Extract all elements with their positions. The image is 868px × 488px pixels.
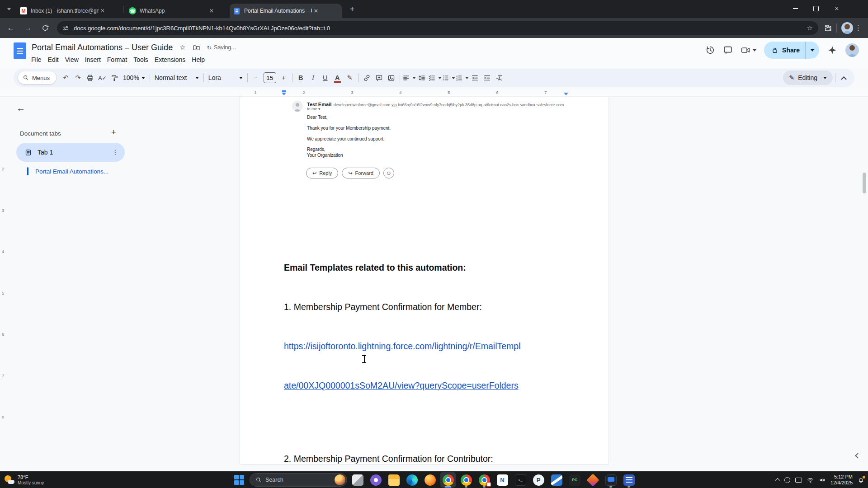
browser-tab-whatsapp[interactable]: ☎ WhatsApp bbox=[125, 4, 227, 18]
numbered-list-button[interactable]: 123 bbox=[455, 72, 469, 84]
back-button[interactable]: ← bbox=[5, 22, 17, 34]
comments-icon[interactable] bbox=[723, 45, 733, 55]
underline-button[interactable]: U bbox=[319, 72, 331, 84]
share-button[interactable]: Share bbox=[764, 47, 805, 54]
bookmark-star-icon[interactable]: ☆ bbox=[807, 24, 813, 32]
meet-presence-button[interactable] bbox=[741, 45, 756, 55]
print-button[interactable] bbox=[84, 72, 96, 84]
notifications-button[interactable] bbox=[858, 477, 864, 483]
bulleted-list-button[interactable] bbox=[442, 72, 455, 84]
hide-menus-button[interactable] bbox=[838, 72, 850, 84]
taskbar-search[interactable]: Search bbox=[250, 473, 347, 487]
browser-menu-icon[interactable]: ⋮ bbox=[855, 24, 862, 32]
decrease-font-size-button[interactable]: − bbox=[250, 72, 262, 84]
taskbar-icon-remote-desktop[interactable] bbox=[603, 472, 618, 488]
menu-view[interactable]: View bbox=[62, 54, 82, 65]
doc-link-1-continued[interactable]: ate/00XJQ000001sSoM2AU/view?queryScope=u… bbox=[284, 380, 519, 390]
taskbar-weather-widget[interactable]: 78°F Mostly sunny bbox=[4, 474, 44, 486]
insert-image-button[interactable] bbox=[385, 72, 397, 84]
wifi-icon[interactable] bbox=[807, 477, 814, 483]
menu-edit[interactable]: Edit bbox=[45, 54, 62, 65]
bold-button[interactable]: B bbox=[295, 72, 307, 84]
close-tab-icon[interactable] bbox=[99, 7, 107, 15]
taskbar-icon-terminal[interactable]: >_ bbox=[513, 472, 528, 488]
checklist-button[interactable] bbox=[428, 72, 442, 84]
font-select[interactable]: Lora bbox=[206, 74, 245, 81]
browser-tab-docs-active[interactable]: Portal Email Automations – Use bbox=[230, 4, 342, 18]
add-tab-button[interactable]: + bbox=[111, 128, 116, 137]
reply-button[interactable]: ↩Reply bbox=[306, 168, 338, 178]
share-dropdown[interactable] bbox=[806, 48, 819, 52]
maximize-button[interactable] bbox=[806, 0, 826, 17]
menu-file[interactable]: File bbox=[28, 54, 45, 65]
document-page[interactable]: Test Email developertwinforce@gmail.com … bbox=[240, 97, 609, 465]
menus-search-button[interactable]: Menus bbox=[18, 71, 56, 84]
taskbar-icon-notes[interactable] bbox=[621, 472, 637, 488]
extensions-icon[interactable] bbox=[824, 24, 832, 32]
forward-button-email[interactable]: ↪Forward bbox=[342, 168, 380, 178]
increase-font-size-button[interactable]: + bbox=[278, 72, 290, 84]
taskbar-icon-chrome-profile-2[interactable] bbox=[458, 472, 474, 488]
highlight-color-button[interactable]: ✎ bbox=[344, 72, 356, 84]
taskbar-clock[interactable]: 5:12 PM 12/4/2025 bbox=[830, 474, 853, 486]
expand-side-panel-icon[interactable] bbox=[855, 453, 861, 459]
tab-search-icon[interactable] bbox=[5, 5, 14, 14]
docs-profile-avatar[interactable] bbox=[845, 43, 859, 57]
increase-indent-button[interactable] bbox=[481, 72, 493, 84]
spellcheck-button[interactable]: A✓ bbox=[96, 72, 108, 84]
taskbar-icon-chrome-profile-3[interactable] bbox=[476, 472, 492, 488]
email-recipient[interactable]: to me ▾ bbox=[307, 107, 321, 111]
tab-options-icon[interactable]: ⋮ bbox=[112, 149, 118, 156]
browser-profile-avatar[interactable] bbox=[841, 22, 853, 34]
add-comment-button[interactable] bbox=[373, 72, 385, 84]
menu-help[interactable]: Help bbox=[189, 54, 208, 65]
redo-button[interactable]: ↷ bbox=[72, 72, 84, 84]
taskbar-icon-pycharm[interactable]: PC bbox=[567, 472, 582, 488]
close-tabs-panel-button[interactable]: ← bbox=[16, 103, 25, 113]
taskbar-icon-vscode[interactable] bbox=[549, 472, 564, 488]
text-color-button[interactable]: A bbox=[331, 72, 344, 84]
address-bar[interactable]: docs.google.com/document/d/1jpc3R6Cmpii0… bbox=[57, 21, 818, 35]
forward-button[interactable]: → bbox=[22, 22, 34, 34]
menu-tools[interactable]: Tools bbox=[130, 54, 151, 65]
star-document-icon[interactable]: ☆ bbox=[179, 43, 185, 52]
menu-insert[interactable]: Insert bbox=[82, 54, 104, 65]
taskbar-icon-file-explorer[interactable] bbox=[386, 472, 401, 488]
sidebar-item-tab1[interactable]: Tab 1 ⋮ bbox=[16, 143, 125, 162]
hidden-icons-chevron[interactable] bbox=[775, 478, 780, 483]
vertical-scrollbar[interactable] bbox=[863, 173, 866, 193]
taskbar-icon-pgadmin[interactable]: P bbox=[531, 472, 546, 488]
taskbar-icon-edge[interactable] bbox=[404, 472, 420, 488]
volume-icon[interactable] bbox=[819, 477, 826, 483]
reload-button[interactable] bbox=[39, 22, 52, 34]
taskbar-icon-chrome[interactable] bbox=[440, 472, 456, 488]
taskbar-icon-firefox[interactable] bbox=[422, 472, 438, 488]
paragraph-style-select[interactable]: Normal text bbox=[152, 74, 201, 81]
tray-display-icon[interactable] bbox=[795, 478, 802, 483]
taskbar-icon-media-app[interactable] bbox=[368, 472, 383, 488]
editing-mode-select[interactable]: ✎ Editing bbox=[783, 70, 833, 85]
move-to-folder-icon[interactable] bbox=[193, 44, 200, 52]
document-title[interactable]: Portal Email Automations – User Guide bbox=[32, 43, 173, 52]
taskbar-icon-notepad[interactable]: N bbox=[495, 472, 510, 488]
close-window-button[interactable] bbox=[826, 0, 847, 17]
close-tab-icon[interactable] bbox=[208, 7, 216, 15]
start-button[interactable] bbox=[231, 472, 247, 488]
zoom-select[interactable]: 100% bbox=[121, 74, 147, 81]
emoji-reaction-button[interactable]: ☺ bbox=[383, 168, 394, 178]
align-button[interactable] bbox=[402, 72, 416, 84]
doc-link-1[interactable]: https://isijoftoronto.lightning.force.co… bbox=[284, 341, 521, 351]
undo-button[interactable]: ↶ bbox=[60, 72, 72, 84]
paint-format-button[interactable] bbox=[108, 72, 121, 84]
line-spacing-button[interactable] bbox=[416, 72, 428, 84]
taskbar-icon-drawio[interactable] bbox=[585, 472, 600, 488]
clear-formatting-button[interactable] bbox=[493, 72, 505, 84]
version-history-icon[interactable] bbox=[705, 45, 715, 55]
insert-link-button[interactable] bbox=[361, 72, 373, 84]
new-tab-button[interactable]: + bbox=[347, 4, 357, 14]
document-text[interactable]: Email Templates related to this automati… bbox=[284, 235, 576, 488]
tray-status-icon[interactable] bbox=[784, 477, 790, 483]
decrease-indent-button[interactable] bbox=[469, 72, 481, 84]
google-docs-logo[interactable] bbox=[14, 42, 26, 59]
taskbar-icon-task-view[interactable] bbox=[350, 472, 365, 488]
